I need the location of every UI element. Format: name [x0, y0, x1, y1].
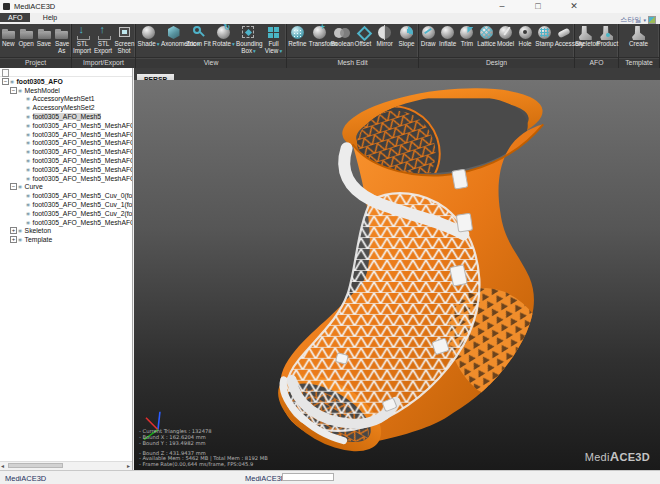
ribbon-button-label: Transform	[309, 41, 331, 48]
ribbon-button[interactable]: Lattice	[477, 25, 496, 48]
tree-node[interactable]: AccessoryMeshSet2	[0, 103, 132, 112]
ribbon-button[interactable]: Trim	[458, 25, 477, 48]
ribbon-button[interactable]: Zoom Fit	[186, 25, 211, 48]
tree-node[interactable]: foot0305_AFO_Mesh5_Cuv_2(foot0305_AFO	[0, 209, 132, 218]
ribbon-button-label: STL Export	[93, 41, 114, 55]
ribbon-button[interactable]: STL Import	[72, 25, 93, 55]
chevron-down-icon: ▾	[643, 17, 646, 23]
node-icon	[18, 236, 25, 243]
ribbon-button[interactable]: Draw	[419, 25, 438, 48]
node-icon	[26, 131, 33, 138]
ribbon-button[interactable]: Refine	[287, 25, 309, 48]
title-bar: MediACE3D – □ ✕	[0, 0, 660, 13]
tree-node[interactable]: foot0305_AFO_Mesh5_Cuv_0(foot0305_AFO	[0, 191, 132, 200]
ribbon-button[interactable]: Shade▾	[136, 25, 161, 48]
afo-3d-model	[134, 80, 660, 470]
node-icon	[18, 87, 25, 94]
ribbon-button-icon	[116, 25, 134, 41]
window-title: MediACE3D	[14, 2, 55, 11]
tree-node[interactable]: AccessoryMeshSet1	[0, 95, 132, 104]
scrollbar-thumb[interactable]	[8, 463, 63, 468]
close-icon[interactable]: ✕	[568, 1, 580, 11]
ribbon-button[interactable]: Save As	[53, 25, 71, 55]
tree-toolbar	[0, 68, 132, 77]
ribbon-button-label: Offset	[352, 41, 374, 48]
tree-node[interactable]: − foot0305_AFO	[0, 77, 132, 86]
tree-node[interactable]: foot0305_AFO_Mesh5_MeshAFO1_MeshAF	[0, 174, 132, 183]
ribbon-button[interactable]: Boolean	[331, 25, 353, 48]
ribbon-button-label: Slope	[396, 41, 418, 48]
ribbon-button[interactable]: Skeleton	[575, 25, 597, 48]
new-item-icon[interactable]	[2, 69, 9, 77]
node-icon	[26, 95, 33, 102]
ribbon-button-icon	[140, 25, 158, 41]
viewport-stats: - Current Triangles : 132478 - Bound X :…	[139, 429, 268, 468]
scroll-right-icon[interactable]: ▸	[127, 462, 130, 469]
ribbon-button[interactable]: Axonometric▾	[161, 25, 186, 48]
ribbon-button[interactable]: Accessory	[555, 25, 574, 48]
dropdown-arrow-icon: ▾	[279, 48, 282, 54]
expander-icon[interactable]: +	[10, 227, 17, 234]
ribbon-button-icon	[630, 25, 648, 41]
ribbon-button-label: Draw	[419, 41, 438, 48]
tree-node[interactable]: foot0305_AFO_Mesh5_MeshAFO0_Cuv_0(f	[0, 218, 132, 227]
tree-node[interactable]: + Skeleton	[0, 227, 132, 236]
ribbon-button[interactable]: Model	[497, 25, 516, 48]
expander-icon[interactable]: −	[2, 78, 9, 85]
ribbon-button[interactable]: Hole	[516, 25, 535, 48]
ribbon-button[interactable]: Screen Shot	[114, 25, 135, 55]
ribbon-button-icon	[497, 25, 515, 41]
ribbon-button[interactable]: Create	[619, 25, 659, 48]
ribbon-group-label: Template	[619, 57, 659, 68]
viewport-3d-canvas[interactable]: - Current Triangles : 132478 - Bound X :…	[134, 80, 660, 470]
menu-item[interactable]: Help	[35, 13, 65, 22]
tree-node-label: foot0305_AFO_Mesh5_MeshAFO1	[33, 157, 132, 164]
tree-node[interactable]: + Template	[0, 235, 132, 244]
tree-node[interactable]: − MeshModel	[0, 86, 132, 95]
ribbon-button-label: Save	[36, 41, 54, 48]
ribbon-button[interactable]: Open	[18, 25, 36, 48]
maximize-icon[interactable]: □	[532, 1, 544, 11]
ribbon-button[interactable]: Rotate▾	[211, 25, 236, 48]
ribbon-button-label: Shade▾	[136, 41, 161, 48]
ribbon-button-icon	[478, 25, 496, 41]
tree-node[interactable]: foot0305_AFO_Mesh5_MeshAFO1Lattice0	[0, 165, 132, 174]
tree-node[interactable]: foot0305_AFO_Mesh5	[0, 112, 132, 121]
minimize-icon[interactable]: –	[496, 1, 508, 11]
ribbon-button[interactable]: Transform	[309, 25, 331, 48]
expander-icon[interactable]: −	[10, 87, 17, 94]
ribbon-button[interactable]: Mirror	[374, 25, 396, 48]
tree-horizontal-scrollbar[interactable]: ◂ ▸	[0, 461, 132, 470]
ribbon-button[interactable]: Stamp	[535, 25, 554, 48]
ribbon-button-label: Model	[497, 41, 516, 48]
ribbon-button-icon	[536, 25, 554, 41]
scene-tree: − foot0305_AFO − MeshModel AccessoryMesh…	[0, 77, 132, 462]
ribbon-button-label: Rotate▾	[211, 41, 236, 48]
tree-node[interactable]: − Curve	[0, 183, 132, 192]
ribbon-button[interactable]: Bounding Box▾	[236, 25, 261, 55]
ribbon-button-icon	[420, 25, 438, 41]
menu-item[interactable]: AFO	[0, 13, 30, 22]
ribbon-button[interactable]: New	[0, 25, 18, 48]
ribbon-button[interactable]: Inflate	[438, 25, 457, 48]
expander-icon[interactable]: −	[10, 183, 17, 190]
ribbon-button[interactable]: STL Export	[93, 25, 114, 55]
tree-node-label: AccessoryMeshSet1	[33, 95, 95, 102]
tree-node-label: foot0305_AFO	[17, 78, 63, 85]
tree-node[interactable]: foot0305_AFO_Mesh5_MeshAFO1	[0, 156, 132, 165]
tree-node[interactable]: foot0305_AFO_Mesh5_MeshAFO0Lattice0_	[0, 139, 132, 148]
scroll-left-icon[interactable]: ◂	[1, 462, 4, 469]
ribbon-button-label: Bounding Box▾	[236, 41, 261, 55]
tree-node[interactable]: foot0305_AFO_Mesh5_MeshAFO0	[0, 121, 132, 130]
ribbon-button[interactable]: Full View▾	[261, 25, 286, 55]
ribbon-button[interactable]: Save	[36, 25, 54, 48]
expander-icon[interactable]: +	[10, 236, 17, 243]
tree-node[interactable]: foot0305_AFO_Mesh5_Cuv_1(foot0305_AFO	[0, 200, 132, 209]
ribbon-button-icon	[53, 25, 71, 41]
tree-node[interactable]: foot0305_AFO_Mesh5_MeshAFO0_MeshAF	[0, 147, 132, 156]
status-progress-box	[282, 473, 334, 481]
tree-node[interactable]: foot0305_AFO_Mesh5_MeshAFO0Lattice0	[0, 130, 132, 139]
ribbon-button[interactable]: Slope	[396, 25, 418, 48]
ribbon-button[interactable]: Product	[597, 25, 619, 48]
ribbon-button[interactable]: Offset	[352, 25, 374, 48]
